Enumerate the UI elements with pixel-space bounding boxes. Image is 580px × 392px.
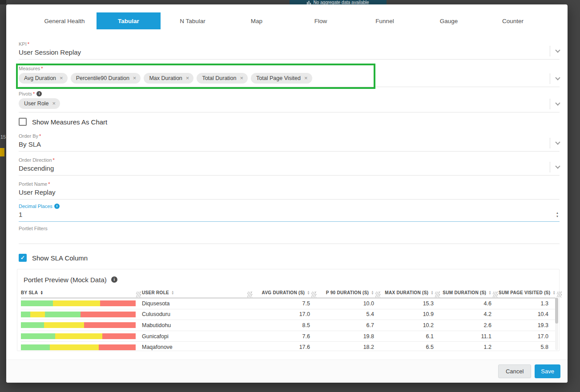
sum-duration-cell: 11.1	[441, 333, 499, 340]
scrollbar-thumb[interactable]	[555, 298, 558, 324]
decimal-places-input[interactable]: 1 ▲ ▼	[19, 209, 560, 222]
max-duration-cell: 6.5	[381, 344, 441, 350]
table-header-row: BY SLA▲▼ USER ROLE▲▼ AVG DURATION (S)▲▼ …	[21, 287, 556, 298]
cancel-button[interactable]: Cancel	[498, 364, 531, 378]
tab-general-health[interactable]: General Health	[32, 12, 97, 29]
pivots-chips: User Role×	[19, 98, 536, 109]
col-header-p90-duration[interactable]: P 90 DURATION (S)▲▼	[317, 287, 381, 298]
table-row: Culusoduru 17.0 5.4 10.9 4.2 10.4	[21, 309, 556, 320]
col-header-by-sla[interactable]: BY SLA▲▼	[21, 287, 142, 298]
chevron-down-icon[interactable]	[555, 164, 560, 168]
sum-duration-cell: 2.6	[441, 322, 499, 328]
save-button[interactable]: Save	[535, 364, 560, 378]
show-measures-as-chart-checkbox[interactable]: ✓	[19, 118, 27, 126]
column-resize-handle[interactable]	[375, 292, 380, 297]
sum-page-visited-cell: 5.8	[499, 344, 556, 350]
p90-duration-cell: 10.0	[317, 300, 381, 307]
sort-icon: ▲▼	[431, 290, 434, 295]
kpi-field: KPI* User Session Replay	[6, 41, 568, 60]
sum-page-visited-cell: 19.3	[499, 322, 556, 328]
info-icon[interactable]: i	[36, 91, 42, 96]
kpi-select[interactable]: User Session Replay	[19, 47, 560, 60]
avg-duration-cell: 17.0	[253, 311, 317, 317]
required-asterisk: *	[28, 41, 29, 47]
info-icon[interactable]: i	[111, 276, 117, 283]
column-resize-handle[interactable]	[136, 292, 141, 297]
bar-chart-icon	[307, 0, 311, 4]
col-header-avg-duration[interactable]: AVG DURATION (S)▲▼	[253, 287, 317, 298]
portlet-filters-input[interactable]	[19, 232, 560, 244]
chevron-down-icon[interactable]	[555, 75, 560, 80]
chart-type-tabs: General Health Tabular N Tabular Map Flo…	[32, 12, 568, 29]
table-row: Diqusesota 7.5 10.0 15.3 4.6 1.3	[21, 298, 556, 309]
pivots-dropdown-control[interactable]	[550, 99, 560, 109]
measures-field: Measures* Avg Duration× Percentile90 Dur…	[6, 65, 568, 87]
sort-icon: ▲▼	[171, 290, 174, 295]
info-icon[interactable]: i	[54, 204, 60, 209]
chip-remove-icon[interactable]: ×	[304, 76, 308, 80]
measures-multiselect[interactable]: Avg Duration× Percentile90 Duration× Max…	[19, 72, 560, 87]
chip-remove-icon[interactable]: ×	[186, 76, 189, 80]
check-icon: ✓	[20, 255, 25, 260]
user-role-cell: Mabutidohu	[142, 322, 253, 328]
chip-remove-icon[interactable]: ×	[60, 76, 63, 80]
spinner-down-icon[interactable]: ▼	[556, 215, 559, 218]
show-sla-column-row: ✓ Show SLA Column	[6, 254, 568, 263]
col-header-user-role[interactable]: USER ROLE▲▼	[142, 287, 253, 298]
column-resize-handle[interactable]	[557, 292, 562, 297]
portlet-name-input[interactable]: User Replay	[19, 187, 560, 200]
chip-user-role: User Role×	[19, 98, 60, 109]
order-direction-select[interactable]: Descending	[19, 163, 560, 176]
page-edge-yellow-bar	[0, 148, 4, 156]
tab-map[interactable]: Map	[225, 12, 289, 29]
tab-counter[interactable]: Counter	[481, 12, 545, 29]
col-header-sum-page-visited[interactable]: SUM PAGE VISITED (S)▲▼	[499, 287, 563, 298]
divider	[550, 162, 550, 172]
page-edge-corner	[0, 0, 6, 4]
portlet-name-label: Portlet Name*	[19, 181, 560, 187]
chip-remove-icon[interactable]: ×	[240, 76, 244, 80]
max-duration-cell: 10.2	[381, 322, 441, 328]
tab-gauge[interactable]: Gauge	[417, 12, 481, 29]
chevron-down-icon[interactable]	[555, 100, 560, 105]
order-direction-dropdown-control[interactable]	[550, 162, 560, 172]
portlet-config-dialog: General Health Tabular N Tabular Map Flo…	[6, 4, 568, 383]
sla-bar	[21, 322, 136, 328]
sort-icon: ▲▼	[552, 290, 556, 295]
col-header-max-duration[interactable]: MAX DURATION (S)▲▼	[381, 287, 441, 298]
chevron-down-icon[interactable]	[555, 48, 560, 52]
tab-flow[interactable]: Flow	[289, 12, 353, 29]
tab-tabular[interactable]: Tabular	[97, 12, 161, 29]
order-by-dropdown-control[interactable]	[550, 138, 560, 148]
column-resize-handle[interactable]	[493, 292, 498, 297]
user-role-cell: Gunicafopi	[142, 333, 253, 340]
tab-label: Funnel	[375, 18, 394, 24]
spinner-up-icon[interactable]: ▲	[556, 212, 559, 214]
column-resize-handle[interactable]	[435, 292, 440, 297]
order-direction-field: Order Direction* Descending	[6, 157, 568, 176]
chevron-down-icon[interactable]	[555, 140, 560, 144]
col-header-sum-duration[interactable]: SUM DURATION (S)▲▼	[441, 287, 499, 298]
show-sla-column-checkbox[interactable]: ✓	[19, 254, 27, 262]
table-scrollbar[interactable]	[555, 298, 558, 350]
sum-page-visited-cell: 10.4	[499, 311, 556, 317]
tab-n-tabular[interactable]: N Tabular	[161, 12, 225, 29]
max-duration-cell: 6.1	[381, 333, 441, 340]
column-resize-handle[interactable]	[247, 292, 252, 297]
column-resize-handle[interactable]	[311, 292, 316, 297]
order-by-select[interactable]: By SLA	[19, 139, 560, 152]
chip-remove-icon[interactable]: ×	[133, 76, 137, 80]
p90-duration-cell: 18.2	[317, 344, 381, 350]
sla-cell	[21, 300, 142, 306]
sum-duration-cell: 4.6	[441, 300, 499, 307]
pivots-multiselect[interactable]: User Role×	[19, 97, 560, 112]
pivots-label: Pivots*i	[19, 91, 560, 97]
kpi-dropdown-control[interactable]	[550, 46, 560, 56]
chip-remove-icon[interactable]: ×	[52, 101, 56, 106]
table-row: Mabutidohu 8.5 6.7 10.2 2.6 19.3	[21, 320, 556, 331]
sum-duration-cell: 4.2	[441, 311, 499, 317]
measures-dropdown-control[interactable]	[550, 73, 560, 84]
tab-funnel[interactable]: Funnel	[353, 12, 417, 29]
max-duration-cell: 10.9	[381, 311, 441, 317]
sla-cell	[21, 333, 142, 339]
